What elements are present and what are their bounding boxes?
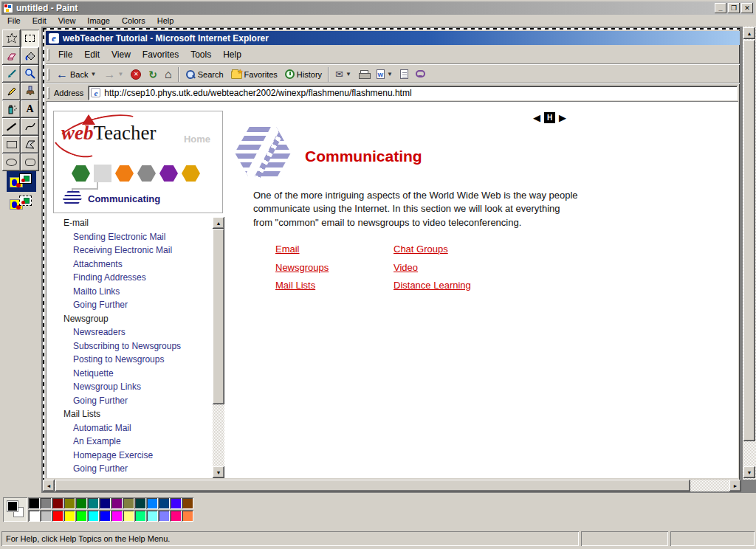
messenger-button[interactable] (412, 66, 429, 83)
menu-item-image[interactable]: Image (81, 15, 116, 26)
prev-page-icon[interactable]: ◀ (533, 113, 540, 122)
text-tool[interactable]: A (21, 100, 39, 118)
menu-item-colors[interactable]: Colors (116, 15, 151, 26)
palette-color-swatch[interactable] (99, 510, 111, 522)
palette-color-swatch[interactable] (99, 497, 111, 509)
topic-link[interactable]: Email (275, 244, 394, 255)
scroll-down-button[interactable]: ▼ (213, 466, 224, 478)
mail-button[interactable]: ✉ ▼ (331, 66, 355, 83)
sidebar-link[interactable]: Sending Electronic Mail (46, 232, 208, 246)
scroll-right-button[interactable]: ► (729, 480, 741, 491)
nav-hexagon-icon[interactable] (115, 165, 134, 182)
canvas-vertical-scrollbar[interactable]: ▲ ▼ (743, 27, 756, 480)
pager-home-button[interactable]: H (544, 112, 555, 123)
palette-color-swatch[interactable] (40, 510, 52, 522)
menu-item-edit[interactable]: Edit (78, 49, 106, 61)
scroll-left-button[interactable]: ◄ (43, 480, 55, 491)
sidebar-link[interactable]: Finding Addresses (46, 272, 208, 286)
sidebar-link[interactable]: Automatic Mail (46, 423, 208, 437)
edit-dropdown-icon[interactable]: ▼ (387, 71, 393, 77)
line-tool[interactable] (2, 118, 21, 136)
sidebar-link[interactable]: Posting to Newsgroups (46, 354, 208, 368)
palette-color-swatch[interactable] (170, 497, 182, 509)
sidebar-link[interactable]: Going Further (46, 300, 208, 314)
curve-tool[interactable] (21, 118, 39, 136)
palette-color-swatch[interactable] (158, 510, 170, 522)
minimize-button[interactable]: _ (715, 3, 726, 13)
forward-button[interactable]: → ▼ (100, 66, 127, 83)
palette-color-swatch[interactable] (75, 497, 87, 509)
back-button[interactable]: ← Back ▼ (52, 66, 100, 83)
topic-link[interactable]: Newsgroups (275, 262, 394, 273)
nav-hexagon-icon[interactable] (72, 165, 90, 182)
discuss-button[interactable] (396, 66, 412, 83)
canvas-horizontal-scrollbar[interactable]: ◄ ► (43, 480, 741, 491)
webteacher-logo[interactable]: webTeacher (61, 122, 187, 151)
foreground-color-swatch[interactable] (7, 501, 18, 511)
sidebar-link[interactable]: Newsgroup Links (46, 381, 208, 396)
topic-link[interactable]: Chat Groups (394, 244, 541, 255)
close-button[interactable]: ✕ (741, 3, 753, 13)
palette-color-swatch[interactable] (146, 510, 158, 522)
nav-hexagon-icon[interactable] (137, 165, 156, 182)
nav-hexagon-icon[interactable] (182, 165, 200, 182)
menu-item-view[interactable]: View (106, 49, 137, 61)
palette-color-swatch[interactable] (52, 510, 63, 522)
menu-item-edit[interactable]: Edit (27, 15, 52, 26)
eraser-tool[interactable] (2, 47, 21, 65)
menu-item-view[interactable]: View (52, 15, 82, 26)
sidebar-link[interactable]: Going Further (46, 463, 208, 477)
palette-color-swatch[interactable] (63, 497, 75, 509)
topic-link[interactable]: Video (394, 262, 541, 273)
nav-hexagon-icon[interactable] (159, 165, 178, 182)
next-page-icon[interactable]: ▶ (559, 113, 566, 122)
magnifier-tool[interactable] (21, 65, 39, 83)
sidebar-link[interactable]: Homepage Exercise (46, 450, 208, 464)
address-input[interactable]: e http://csep10.phys.utk.edu/webteacher2… (88, 86, 738, 100)
scroll-up-button[interactable]: ▲ (213, 217, 224, 229)
print-button[interactable] (355, 66, 373, 83)
history-button[interactable]: History (281, 66, 326, 83)
mail-dropdown-icon[interactable]: ▼ (346, 71, 351, 77)
transparent-selection-option[interactable] (7, 193, 36, 214)
palette-color-swatch[interactable] (170, 510, 182, 522)
pick-color-tool[interactable] (2, 65, 21, 83)
sidebar-link[interactable]: Netiquette (46, 368, 208, 382)
scroll-down-button[interactable]: ▼ (743, 466, 755, 478)
sidebar-link[interactable]: Going Further (46, 396, 208, 410)
scroll-thumb[interactable] (55, 480, 690, 491)
sidebar-scrollbar[interactable]: ▲ ▼ (213, 217, 224, 478)
topic-link[interactable]: Distance Learning (394, 280, 541, 291)
sidebar-link[interactable]: Mailto Links (46, 286, 208, 300)
palette-color-swatch[interactable] (63, 510, 75, 522)
palette-color-swatch[interactable] (87, 497, 99, 509)
search-button[interactable]: Search (182, 66, 227, 83)
sidebar-link[interactable]: Attachments (46, 259, 208, 273)
palette-color-swatch[interactable] (146, 497, 158, 509)
addressbar-grip[interactable] (47, 87, 49, 99)
sidebar-link[interactable]: Receiving Electronic Mail (46, 245, 208, 259)
palette-color-swatch[interactable] (87, 510, 99, 522)
fill-tool[interactable] (21, 47, 39, 65)
stop-button[interactable]: ✕ (127, 66, 145, 83)
sidebar-link[interactable]: Newsreaders (46, 327, 208, 341)
menu-item-help[interactable]: Help (217, 49, 247, 61)
palette-color-swatch[interactable] (40, 497, 52, 509)
palette-color-swatch[interactable] (28, 497, 40, 509)
palette-color-swatch[interactable] (134, 510, 146, 522)
palette-color-swatch[interactable] (111, 510, 123, 522)
palette-color-swatch[interactable] (123, 510, 134, 522)
menu-item-file[interactable]: File (52, 49, 78, 61)
brush-tool[interactable] (21, 83, 39, 100)
palette-color-swatch[interactable] (182, 497, 193, 509)
edit-button[interactable]: W ▼ (373, 66, 396, 83)
palette-color-swatch[interactable] (111, 497, 123, 509)
favorites-button[interactable]: ★ Favorites (227, 66, 281, 83)
palette-color-swatch[interactable] (28, 510, 40, 522)
menu-item-file[interactable]: File (1, 15, 27, 26)
scroll-up-button[interactable]: ▲ (743, 27, 755, 39)
free-form-select-tool[interactable] (2, 30, 21, 47)
palette-color-swatch[interactable] (52, 497, 63, 509)
palette-color-swatch[interactable] (158, 497, 170, 509)
scroll-thumb[interactable] (743, 40, 755, 441)
